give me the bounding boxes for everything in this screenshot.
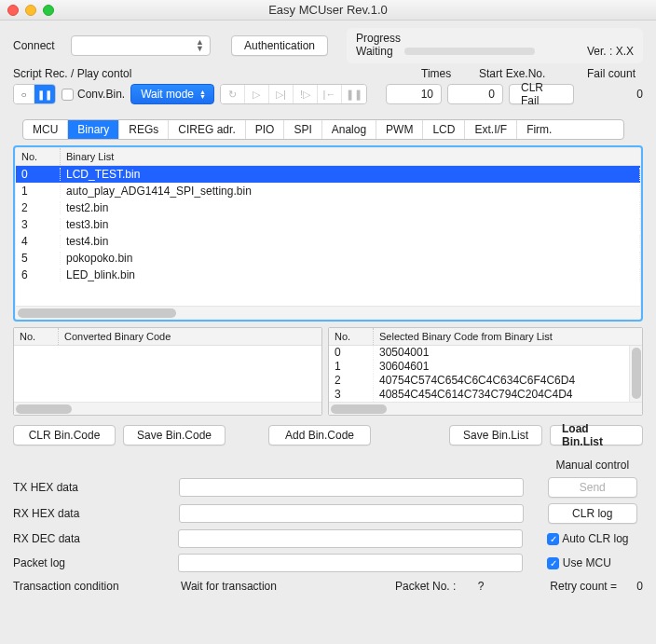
- table-row[interactable]: 4test4.bin: [16, 233, 640, 250]
- rxhex-label: RX HEX data: [13, 507, 179, 520]
- converted-code-panel: No. Converted Binary Code: [13, 327, 322, 416]
- chevron-updown-icon: ▲▼: [196, 39, 204, 52]
- progress-bar: [404, 48, 535, 55]
- clr-fail-button[interactable]: CLR Fail: [509, 84, 574, 104]
- start-input[interactable]: 0: [447, 84, 503, 104]
- tab-regs[interactable]: REGs: [119, 120, 169, 139]
- waiting-label: Waiting: [356, 45, 393, 58]
- h-scrollbar[interactable]: [16, 306, 640, 319]
- tab-mcu[interactable]: MCU: [23, 120, 68, 139]
- manual-control-label: Manual control: [542, 459, 643, 472]
- tab-pio[interactable]: PIO: [246, 120, 285, 139]
- failcount-label: Fail count: [587, 67, 636, 80]
- table-row[interactable]: 030504001: [329, 346, 629, 360]
- packetno-value: ?: [465, 580, 484, 593]
- window-title: Easy MCUser Rev.1.0: [0, 3, 656, 17]
- wait-label: Wait for transaction: [181, 580, 386, 593]
- titlebar: Easy MCUser Rev.1.0: [0, 0, 656, 21]
- v-scrollbar[interactable]: [629, 346, 642, 402]
- mode-popup[interactable]: Wait mode ▲▼: [130, 84, 214, 104]
- record-icon[interactable]: ○: [14, 85, 34, 103]
- connect-combo[interactable]: ▲▼: [71, 35, 211, 56]
- tab-pwm[interactable]: PWM: [376, 120, 423, 139]
- tab-binary[interactable]: Binary: [68, 120, 119, 139]
- start-label: Start Exe.No.: [479, 67, 581, 80]
- save-binlist-button[interactable]: Save Bin.List: [449, 425, 542, 445]
- autoclr-label: Auto CLR log: [562, 532, 628, 545]
- col-name[interactable]: Selected Binary Code from Binary List: [374, 328, 642, 345]
- col-name[interactable]: Converted Binary Code: [59, 328, 321, 345]
- convbin-label: Conv.Bin.: [77, 88, 125, 101]
- tab-cireg-adr-[interactable]: CIREG adr.: [169, 120, 245, 139]
- chevron-updown-icon: ▲▼: [199, 89, 206, 99]
- times-label: Times: [421, 67, 473, 80]
- binary-list-body[interactable]: 0LCD_TEST.bin1auto_play_ADG1414_SPI_sett…: [16, 166, 640, 306]
- col-no[interactable]: No.: [14, 328, 59, 345]
- h-scrollbar[interactable]: [329, 402, 642, 415]
- table-row[interactable]: 3test3.bin: [16, 216, 640, 233]
- tab-analog[interactable]: Analog: [322, 120, 376, 139]
- progress-box: Progress Waiting Ver. : X.X: [347, 28, 643, 63]
- pause-icon[interactable]: ❚❚: [34, 85, 55, 103]
- pause2-icon[interactable]: ❚❚: [342, 85, 366, 103]
- rec-play-segment[interactable]: ○ ❚❚: [13, 84, 56, 104]
- clrlog-button[interactable]: CLR log: [548, 503, 637, 524]
- clr-bincode-button[interactable]: CLR Bin.Code: [13, 425, 116, 445]
- transcond-label: Transaction condition: [13, 580, 171, 593]
- table-row[interactable]: 340854C454C614C734C794C204C4D4: [329, 388, 629, 402]
- table-row[interactable]: 0LCD_TEST.bin: [16, 166, 640, 183]
- packetlog-input[interactable]: [178, 554, 523, 572]
- playback-nav[interactable]: ↻ ▷ ▷| !▷ |← ❚❚: [220, 84, 367, 104]
- load-binlist-button[interactable]: Load Bin.List: [550, 425, 643, 445]
- selected-code-panel: No. Selected Binary Code from Binary Lis…: [328, 327, 643, 416]
- skip-back-icon[interactable]: |←: [318, 85, 342, 103]
- txhex-input[interactable]: [179, 478, 524, 497]
- usemcu-label: Use MCU: [563, 556, 611, 569]
- col-name[interactable]: Binary List: [61, 148, 640, 165]
- convbin-checkbox[interactable]: [62, 89, 74, 101]
- table-row[interactable]: 6LED_blink.bin: [16, 267, 640, 283]
- table-row[interactable]: 2test2.bin: [16, 199, 640, 216]
- authentication-button[interactable]: Authentication: [231, 35, 328, 56]
- step-one-icon[interactable]: !▷: [294, 85, 318, 103]
- txhex-label: TX HEX data: [13, 481, 179, 494]
- add-bincode-button[interactable]: Add Bin.Code: [268, 425, 371, 445]
- table-row[interactable]: 240754C574C654C6C4C634C6F4C6D4: [329, 374, 629, 388]
- version-label: Ver. : X.X: [587, 45, 634, 58]
- rxdec-input[interactable]: [178, 529, 523, 548]
- table-row[interactable]: 5pokopoko.bin: [16, 250, 640, 267]
- tab-lcd[interactable]: LCD: [423, 120, 465, 139]
- retry-value: 0: [626, 580, 643, 593]
- binary-list-pane: No. Binary List 0LCD_TEST.bin1auto_play_…: [13, 145, 643, 322]
- step-forward-icon[interactable]: ▷|: [269, 85, 294, 103]
- play-icon[interactable]: ▷: [245, 85, 269, 103]
- rxdec-label: RX DEC data: [13, 532, 178, 545]
- retry-label: Retry count =: [550, 580, 617, 593]
- packetno-label: Packet No. :: [395, 580, 456, 593]
- tab-spi[interactable]: SPI: [284, 120, 321, 139]
- h-scrollbar[interactable]: [14, 402, 321, 415]
- col-no[interactable]: No.: [16, 148, 61, 165]
- packetlog-label: Packet log: [13, 556, 178, 569]
- tab-firm-[interactable]: Firm.: [517, 120, 561, 139]
- fail-value: 0: [624, 88, 643, 101]
- tab-ext-i-f[interactable]: Ext.I/F: [465, 120, 517, 139]
- usemcu-checkbox[interactable]: ✓: [547, 557, 559, 569]
- script-header: Script Rec. / Play contol: [13, 67, 416, 80]
- table-row[interactable]: 1auto_play_ADG1414_SPI_setting.bin: [16, 183, 640, 199]
- times-input[interactable]: 10: [386, 84, 442, 104]
- send-button[interactable]: Send: [548, 477, 637, 498]
- table-row[interactable]: 130604601: [329, 360, 629, 374]
- save-bincode-button[interactable]: Save Bin.Code: [123, 425, 226, 445]
- rxhex-input[interactable]: [179, 504, 524, 523]
- progress-label: Progress: [356, 32, 634, 45]
- connect-label: Connect: [13, 39, 65, 52]
- reload-icon[interactable]: ↻: [221, 85, 245, 103]
- col-no[interactable]: No.: [329, 328, 374, 345]
- autoclr-checkbox[interactable]: ✓: [547, 533, 559, 545]
